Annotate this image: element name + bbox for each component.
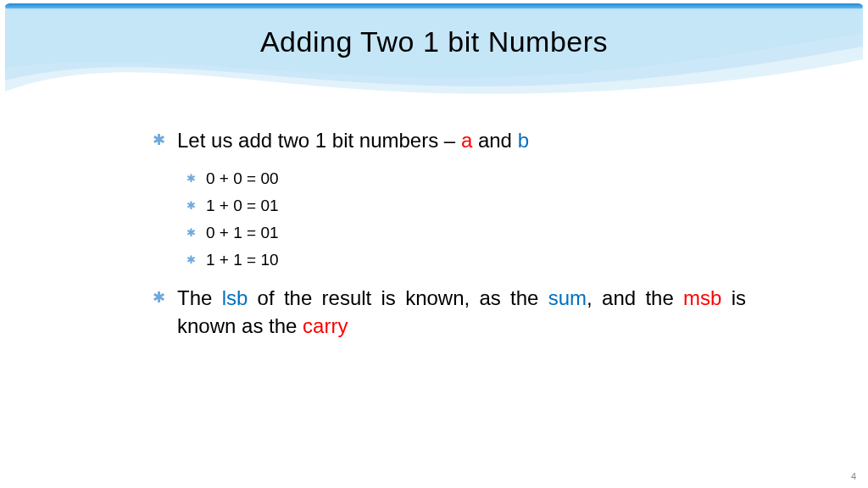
bullet-text: Let us add two 1 bit numbers – a and b [177,127,529,154]
bullet-mark-icon: ✱ [153,130,165,149]
text-fragment: of the result is known, as the [248,286,548,309]
bullet-mark-icon: ✱ [186,199,196,212]
bullet-item-2: ✱ The lsb of the result is known, as the… [153,285,746,340]
sub-bullet-list: ✱ 0 + 0 = 00 ✱ 1 + 0 = 01 ✱ 0 + 1 = 01 ✱… [153,169,746,269]
slide: Adding Two 1 bit Numbers ✱ Let us add tw… [0,0,868,488]
text-fragment: The [177,286,222,309]
bullet-mark-icon: ✱ [186,253,196,266]
variable-b: b [518,129,529,152]
sub-bullet-text: 0 + 0 = 00 [206,169,279,188]
bullet-item-1: ✱ Let us add two 1 bit numbers – a and b [153,127,746,154]
text-fragment: , and the [587,286,683,309]
term-sum: sum [548,286,587,309]
sub-bullet-item: ✱ 1 + 1 = 10 [186,251,746,269]
sub-bullet-item: ✱ 0 + 1 = 01 [186,224,746,242]
text-fragment: and [472,129,517,152]
bullet-mark-icon: ✱ [186,226,196,239]
term-msb: msb [683,286,721,309]
slide-title: Adding Two 1 bit Numbers [0,25,868,58]
term-lsb: lsb [222,286,248,309]
sub-bullet-text: 1 + 0 = 01 [206,197,279,215]
term-carry: carry [303,314,348,337]
variable-a: a [461,129,472,152]
sub-bullet-text: 0 + 1 = 01 [206,224,279,242]
sub-bullet-text: 1 + 1 = 10 [206,251,279,269]
page-number: 4 [851,471,856,481]
sub-bullet-item: ✱ 1 + 0 = 01 [186,197,746,215]
bullet-text: The lsb of the result is known, as the s… [177,285,746,340]
text-fragment: Let us add two 1 bit numbers – [177,129,461,152]
bullet-mark-icon: ✱ [186,172,196,185]
bullet-mark-icon: ✱ [153,288,165,307]
sub-bullet-item: ✱ 0 + 0 = 00 [186,169,746,188]
slide-content: ✱ Let us add two 1 bit numbers – a and b… [153,127,746,355]
